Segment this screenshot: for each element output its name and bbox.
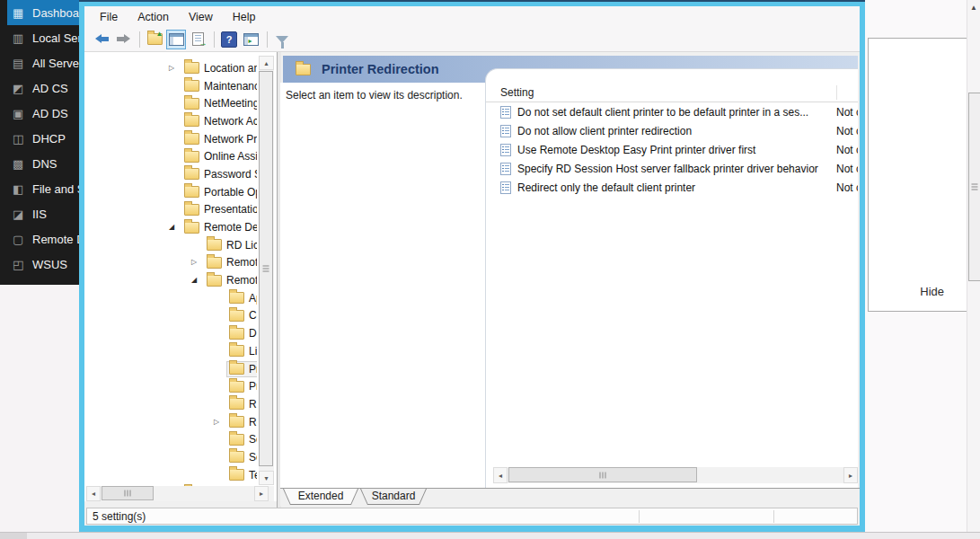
tree-item[interactable]: Profiles: [84, 377, 257, 395]
tree-item[interactable]: NetMeeting: [84, 94, 257, 112]
tree-item-core: Security: [226, 431, 257, 447]
setting-row[interactable]: Specify RD Session Host server fallback …: [486, 159, 858, 178]
show-console-tree-icon[interactable]: [166, 30, 186, 49]
server-manager-scrollbar[interactable]: ▲: [967, 0, 980, 539]
tree-item-core: Printer Redirection: [226, 361, 257, 377]
setting-row[interactable]: Use Remote Desktop Easy Print printer dr…: [486, 140, 858, 159]
collapsed-expander-icon[interactable]: ▷: [169, 65, 181, 72]
tab-extended[interactable]: Extended: [283, 489, 358, 505]
tree-item[interactable]: Device and Resource Redirection: [84, 324, 257, 342]
scroll-left-icon[interactable]: ◂: [493, 467, 508, 483]
tree-item[interactable]: Password Synchronization: [84, 165, 257, 183]
tree-item-core: Session Time Limits: [226, 449, 257, 465]
scroll-right-icon[interactable]: ▸: [254, 486, 269, 501]
tree-item-core: Licensing: [226, 343, 257, 359]
scroll-up-icon[interactable]: ▴: [259, 56, 274, 70]
tree-item[interactable]: RD Licensing: [84, 236, 257, 254]
sidebar-item-dhcp[interactable]: ◫DHCP: [0, 126, 79, 151]
toolbar-separator: [267, 31, 268, 48]
expanded-expander-icon[interactable]: ◢: [191, 277, 204, 284]
scrollbar-thumb[interactable]: [259, 71, 273, 466]
list-horizontal-scrollbar[interactable]: ◂ ▸: [493, 467, 858, 483]
sidebar-item-remote-desktop[interactable]: ▢Remote Desktop Services: [0, 226, 79, 252]
gpe-client-area: FileActionViewHelp ▲→?▸ ▷Location and Se…: [84, 6, 860, 526]
up-one-level-icon[interactable]: ▲: [145, 30, 164, 49]
tree-item[interactable]: ▷Remote Session Environment: [84, 413, 257, 431]
tree-item[interactable]: Licensing: [84, 342, 257, 360]
tree-item[interactable]: RD Connection Broker: [84, 395, 257, 413]
sidebar-item-local-server[interactable]: ▥Local Server: [0, 25, 79, 50]
hide-button[interactable]: Hide: [920, 285, 944, 298]
tree-item[interactable]: Network Access Protection: [84, 112, 257, 130]
collapsed-expander-icon[interactable]: ▷: [191, 259, 204, 266]
tree-item[interactable]: ◢Remote Desktop Services: [84, 218, 257, 236]
menu-action[interactable]: Action: [128, 9, 179, 25]
tree-item[interactable]: Temporary folders: [84, 466, 257, 484]
tree-item-label: RD Connection Broker: [249, 398, 257, 411]
folder-icon: [184, 168, 199, 180]
tree-item[interactable]: ▷Location and Sensors: [84, 59, 257, 77]
thumb-grip: [603, 472, 604, 478]
tree-item[interactable]: Application Compatibility: [84, 289, 257, 307]
sidebar-item-all-servers[interactable]: ▤All Servers: [0, 50, 79, 75]
help-icon[interactable]: ?: [219, 30, 239, 49]
collapsed-expander-icon[interactable]: ▷: [214, 419, 226, 426]
setting-name: Do not set default client printer to be …: [517, 106, 836, 119]
scroll-right-icon[interactable]: ▸: [843, 467, 858, 483]
folder-glyph: ▲: [147, 33, 163, 45]
setting-row[interactable]: Redirect only the default client printer…: [486, 178, 858, 197]
scroll-down-icon[interactable]: ▾: [259, 471, 274, 485]
tab-label: Extended: [284, 489, 358, 504]
tree-item-core: Device and Resource Redirection: [226, 325, 257, 341]
tree-item[interactable]: Online Assistance: [84, 147, 257, 165]
sidebar-item-ad-cs[interactable]: ◩AD CS: [0, 75, 79, 101]
tree-item-core: Network Access Protection: [181, 113, 257, 129]
tree-item[interactable]: Connections: [84, 307, 257, 325]
forward-icon[interactable]: [113, 30, 133, 49]
folder-icon: [229, 416, 244, 428]
scroll-left-icon[interactable]: ◂: [86, 486, 101, 501]
results-pane: Printer Redirection Select an item to vi…: [280, 52, 860, 508]
tree-item-label: Remote Desktop Session Host: [226, 274, 257, 287]
scrollbar-thumb[interactable]: [968, 93, 980, 281]
sidebar-item-dns[interactable]: ▩DNS: [0, 151, 79, 176]
filter-icon[interactable]: [272, 30, 292, 49]
tree-item-core: Remote Desktop Services: [181, 219, 257, 235]
menu-file[interactable]: File: [90, 9, 128, 25]
sidebar-item-wsus[interactable]: ◰WSUS: [0, 252, 79, 277]
tree-item[interactable]: ◢Remote Desktop Session Host: [84, 271, 257, 289]
scroll-up-icon[interactable]: ▲: [967, 2, 980, 14]
scrollbar-thumb[interactable]: [508, 467, 697, 482]
column-separator[interactable]: [836, 85, 837, 100]
list-column-header[interactable]: Setting: [486, 84, 858, 102]
tree-item-label: Network Access Protection: [204, 115, 257, 128]
tree-item[interactable]: Network Projector: [84, 130, 257, 148]
file-and-storage-icon: ◧: [13, 182, 32, 196]
sidebar-item-ad-ds[interactable]: ▣AD DS: [0, 101, 79, 126]
scrollbar-thumb[interactable]: [102, 486, 154, 500]
tree-item[interactable]: Session Time Limits: [84, 448, 257, 466]
back-icon[interactable]: [92, 30, 111, 49]
tree-item[interactable]: Presentation Settings: [84, 201, 257, 219]
tree-item-label: Remote Desktop Services: [204, 221, 257, 234]
tree-item[interactable]: Security: [84, 430, 257, 448]
menu-view[interactable]: View: [179, 9, 223, 25]
menu-bar: FileActionViewHelp: [84, 6, 860, 27]
export-list-icon[interactable]: →: [188, 30, 207, 49]
sidebar-item-iis[interactable]: ◪IIS: [0, 201, 79, 226]
tree-horizontal-scrollbar[interactable]: ◂ ▸: [86, 486, 274, 501]
setting-row[interactable]: Do not set default client printer to be …: [486, 102, 858, 121]
menu-help[interactable]: Help: [223, 9, 266, 25]
tree-item[interactable]: Printer Redirection: [84, 360, 257, 378]
sidebar-item-file-and-storage[interactable]: ◧File and Storage Services: [0, 176, 79, 201]
expanded-expander-icon[interactable]: ◢: [169, 224, 181, 231]
tree-item[interactable]: Maintenance Scheduler: [84, 77, 257, 95]
tree-item[interactable]: Portable Operating System: [84, 183, 257, 201]
setting-row[interactable]: Do not allow client printer redirectionN…: [486, 121, 858, 140]
tree-vertical-scrollbar[interactable]: ▴ ▾: [259, 56, 274, 485]
tab-standard[interactable]: Standard: [360, 489, 427, 505]
show-properties-icon[interactable]: ▸: [241, 30, 260, 49]
toolbar-separator: [214, 31, 215, 48]
tree-item[interactable]: ▷Remote Desktop Connection Client: [84, 254, 257, 272]
sidebar-item-dashboard[interactable]: ▦Dashboard: [7, 0, 79, 25]
